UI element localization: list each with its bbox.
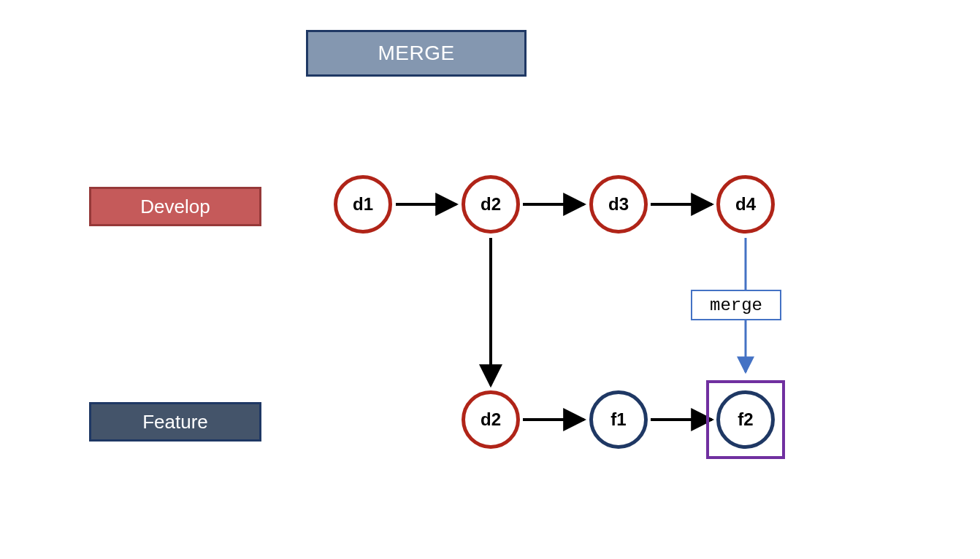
commit-d4-label: d4 (735, 194, 756, 215)
diagram-arrows (0, 0, 980, 559)
commit-d2: d2 (462, 175, 520, 234)
commit-f2: f2 (716, 390, 775, 449)
commit-d2b-label: d2 (481, 409, 501, 430)
commit-f2-label: f2 (738, 409, 753, 430)
commit-d4: d4 (716, 175, 775, 234)
develop-text: Develop (140, 196, 210, 218)
merge-label-box: merge (691, 290, 781, 320)
commit-f1-label: f1 (610, 409, 626, 430)
commit-d3: d3 (589, 175, 648, 234)
merge-label-text: merge (710, 296, 762, 315)
feature-branch-label: Feature (89, 402, 261, 442)
title-text: MERGE (378, 42, 454, 65)
title-box: MERGE (306, 30, 527, 77)
feature-text: Feature (142, 411, 208, 433)
commit-f1: f1 (589, 390, 648, 449)
commit-d1: d1 (334, 175, 392, 234)
develop-branch-label: Develop (89, 187, 261, 226)
commit-d2-copy: d2 (462, 390, 520, 449)
commit-d2-label: d2 (481, 194, 501, 215)
commit-d1-label: d1 (353, 194, 373, 215)
commit-d3-label: d3 (608, 194, 629, 215)
